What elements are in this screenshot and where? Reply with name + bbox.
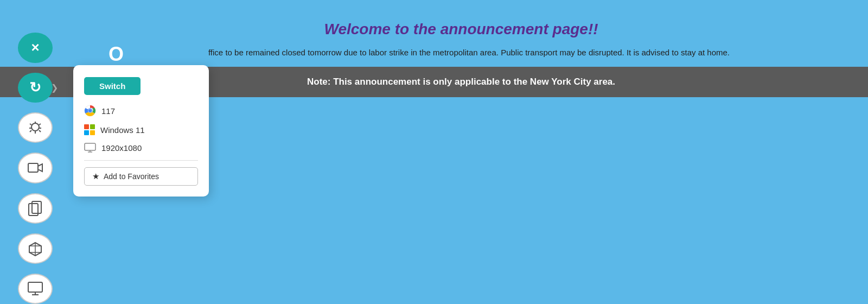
close-icon: × (31, 39, 39, 56)
dropcap: O (108, 47, 124, 61)
announcement-body: ffice to be remained closed tomorrow due… (208, 48, 730, 57)
svg-marker-10 (38, 164, 42, 172)
chevron-right-icon: ❯ (51, 83, 58, 93)
switch-button[interactable]: ↻ ❯ (18, 73, 53, 103)
bug-icon (28, 120, 43, 135)
svg-line-6 (30, 130, 31, 132)
page-title: Welcome to the announcement page!! (87, 11, 835, 47)
svg-rect-24 (85, 143, 95, 150)
os-info: Windows 11 (84, 124, 198, 135)
svg-line-2 (30, 124, 31, 125)
box-button[interactable] (18, 233, 53, 264)
os-label: Windows 11 (100, 125, 145, 135)
svg-point-23 (88, 109, 92, 112)
chrome-icon (84, 105, 96, 117)
resolution-label: 1920x1080 (101, 143, 142, 153)
refresh-icon: ↻ (29, 79, 41, 96)
monitor-small-icon (84, 143, 96, 153)
copy-icon (28, 201, 42, 216)
video-icon (28, 162, 43, 174)
svg-rect-17 (28, 282, 42, 292)
box-icon (28, 241, 43, 256)
browser-info: 117 (84, 105, 198, 117)
sidebar: × ↻ ❯ (0, 0, 71, 304)
add-favorites-label: Add to Favorites (104, 172, 159, 181)
video-button[interactable] (18, 153, 53, 183)
close-button[interactable]: × (18, 33, 53, 63)
popup-divider (84, 160, 198, 161)
note-text: Note: This announcement is only applicab… (307, 77, 615, 87)
windows-icon (84, 124, 95, 135)
popup-switch-button[interactable]: Switch (84, 77, 141, 95)
copy-button[interactable] (18, 193, 53, 224)
svg-rect-9 (28, 163, 38, 172)
popup-card: Switch 117 Windows 11 1 (73, 65, 209, 197)
browser-version: 117 (101, 106, 115, 116)
svg-line-3 (39, 124, 41, 125)
monitor-button[interactable] (18, 274, 53, 304)
svg-point-0 (31, 123, 39, 131)
star-icon: ★ (92, 172, 99, 181)
monitor-icon (28, 282, 43, 296)
svg-line-7 (39, 130, 41, 132)
bug-button[interactable] (18, 112, 53, 143)
add-favorites-button[interactable]: ★ Add to Favorites (84, 167, 198, 186)
resolution-info: 1920x1080 (84, 143, 198, 153)
announcement-text: Office to be remained closed tomorrow du… (87, 47, 835, 67)
